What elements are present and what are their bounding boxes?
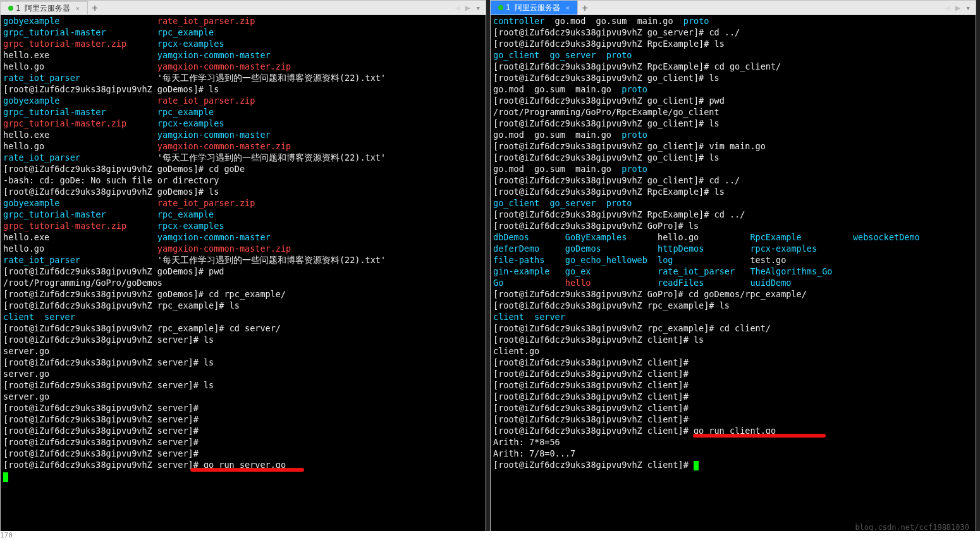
close-icon[interactable]: ×: [75, 4, 80, 13]
pane-right: 1 阿里云服务器 × + ◀ ▶ ▾ controller go.mod go.…: [490, 0, 976, 540]
nav-left-icon[interactable]: ◀: [942, 3, 952, 13]
tabbar-right: 1 阿里云服务器 × + ◀ ▶ ▾: [491, 1, 976, 15]
watermark: blog.csdn.net/ccf19881030: [855, 523, 969, 532]
close-icon[interactable]: ×: [565, 4, 570, 12]
page-footer: 170: [0, 531, 980, 540]
pane-left: 1 阿里云服务器 × + ◀ ▶ ▾ gobyexample rate_iot_…: [0, 0, 486, 540]
tabbar-left: 1 阿里云服务器 × + ◀ ▶ ▾: [1, 1, 486, 15]
tab-right-1[interactable]: 1 阿里云服务器 ×: [491, 1, 578, 15]
tab-menu-icon[interactable]: ▾: [473, 3, 481, 13]
nav-left-icon[interactable]: ◀: [452, 3, 462, 13]
nav-right-icon[interactable]: ▶: [953, 3, 963, 13]
nav-right-icon[interactable]: ▶: [463, 3, 473, 13]
workspace: 1 阿里云服务器 × + ◀ ▶ ▾ gobyexample rate_iot_…: [0, 0, 980, 540]
status-dot-icon: [8, 6, 13, 11]
add-tab-button[interactable]: +: [578, 1, 592, 15]
tab-left-1[interactable]: 1 阿里云服务器 ×: [1, 1, 88, 15]
terminal-right[interactable]: controller go.mod go.sum main.go proto[r…: [491, 15, 976, 539]
terminal-left[interactable]: gobyexample rate_iot_parser.zipgrpc_tuto…: [1, 15, 486, 539]
add-tab-button[interactable]: +: [88, 1, 102, 15]
tab-menu-icon[interactable]: ▾: [963, 3, 971, 13]
status-dot-icon: [498, 5, 503, 10]
